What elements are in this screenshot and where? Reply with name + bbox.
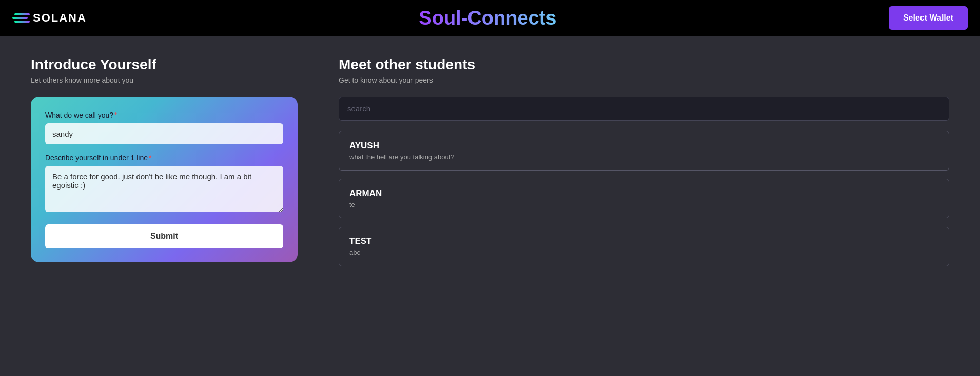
student-description: te [349, 201, 938, 209]
logo-text: SOLANA [33, 11, 87, 25]
introduce-title: Introduce Yourself [31, 57, 298, 73]
solana-logo-icon [12, 13, 28, 23]
meet-students-subtitle: Get to know about your peers [339, 76, 949, 84]
left-panel: Introduce Yourself Let others know more … [31, 57, 298, 274]
student-name: ARMAN [349, 189, 938, 199]
name-required-star: * [114, 111, 117, 119]
logo-area: SOLANA [12, 11, 87, 25]
form-card: What do we call you?* Describe yourself … [31, 97, 298, 262]
submit-button[interactable]: Submit [45, 224, 283, 248]
student-description: abc [349, 249, 938, 256]
desc-required-star: * [149, 154, 151, 162]
header: SOLANA Soul-Connects Select Wallet [0, 0, 980, 36]
app-title: Soul-Connects [419, 7, 556, 29]
student-card[interactable]: TESTabc [339, 227, 949, 266]
student-card[interactable]: ARMANte [339, 179, 949, 218]
student-description: what the hell are you talking about? [349, 153, 938, 161]
desc-textarea[interactable]: Be a force for good. just don't be like … [45, 166, 283, 212]
introduce-subtitle: Let others know more about you [31, 76, 298, 84]
meet-students-title: Meet other students [339, 57, 949, 73]
desc-label: Describe yourself in under 1 line* [45, 154, 283, 162]
select-wallet-button[interactable]: Select Wallet [889, 6, 968, 30]
student-name: TEST [349, 236, 938, 247]
search-input[interactable] [339, 97, 949, 121]
name-input[interactable] [45, 123, 283, 144]
students-list: AYUSHwhat the hell are you talking about… [339, 131, 949, 266]
name-label: What do we call you?* [45, 111, 283, 119]
student-name: AYUSH [349, 141, 938, 151]
main-content: Introduce Yourself Let others know more … [0, 36, 980, 295]
right-panel: Meet other students Get to know about yo… [339, 57, 949, 274]
student-card[interactable]: AYUSHwhat the hell are you talking about… [339, 131, 949, 171]
